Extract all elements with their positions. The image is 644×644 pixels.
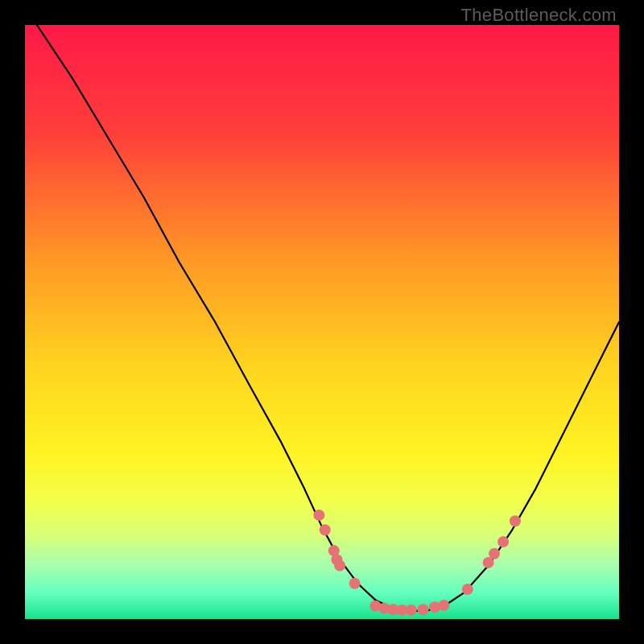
chart-stage: TheBottleneck.com <box>0 0 644 644</box>
scatter-dot <box>418 604 429 615</box>
scatter-dot <box>334 560 345 572</box>
scatter-dot <box>349 578 361 589</box>
scatter-dots <box>25 25 619 619</box>
scatter-dot <box>510 515 521 526</box>
scatter-dot <box>497 536 509 547</box>
scatter-dot <box>489 548 500 559</box>
scatter-dot <box>313 510 324 521</box>
watermark-text: TheBottleneck.com <box>461 5 617 26</box>
scatter-dot <box>438 600 449 611</box>
scatter-dot <box>462 584 473 595</box>
scatter-dot <box>406 605 417 616</box>
plot-area <box>25 25 619 619</box>
scatter-dot <box>320 524 331 535</box>
